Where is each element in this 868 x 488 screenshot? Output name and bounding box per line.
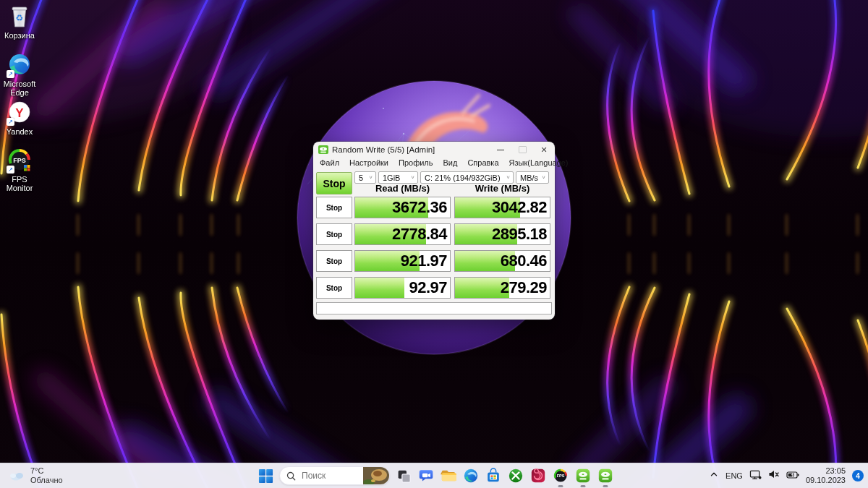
fps-monitor-taskbar-button[interactable]: FPS [552, 467, 569, 484]
file-explorer-icon [441, 468, 456, 484]
shortcut-arrow-icon: ↗ [7, 118, 14, 126]
close-button[interactable]: ✕ [533, 142, 555, 158]
fps-monitor-icon: FPS [553, 468, 569, 484]
yandex-icon: Y ↗ [7, 100, 33, 126]
diskmark-taskbar-button-1[interactable] [574, 467, 592, 484]
status-bar [316, 302, 552, 314]
stop-all-button[interactable]: Stop [316, 172, 352, 194]
menu-profile[interactable]: Профиль [393, 158, 438, 168]
read-value: 921.97 [401, 251, 447, 271]
edge-icon: ↗ [7, 52, 33, 78]
menu-language[interactable]: Язык(Language) [504, 158, 574, 168]
tray-overflow-button[interactable] [709, 469, 719, 482]
menu-file[interactable]: Файл [315, 158, 344, 168]
cloud-icon [9, 469, 26, 482]
xbox-button[interactable] [507, 467, 524, 484]
write-result-cell: 3042.82 [454, 197, 550, 218]
running-indicator [581, 485, 586, 487]
search-input[interactable] [300, 470, 359, 481]
chevron-down-icon: ˅ [369, 174, 375, 181]
chevron-up-icon [709, 469, 719, 479]
red-app-button[interactable] [529, 467, 547, 484]
read-column-header: Read (MB/s) [354, 183, 451, 194]
taskbar-search[interactable] [279, 466, 390, 485]
desktop-icon-label: Microsoft Edge [0, 80, 39, 97]
desktop-icon-edge[interactable]: ↗ Microsoft Edge [0, 52, 39, 97]
read-result-cell: 921.97 [354, 250, 451, 272]
edge-icon [463, 468, 479, 484]
drive-select[interactable]: C: 21% (194/932GiB) ˅ [420, 171, 514, 184]
diskmark-taskbar-button-2[interactable] [597, 467, 614, 484]
task-view-icon [396, 468, 412, 484]
chevron-down-icon: ˅ [542, 174, 548, 181]
title-bar[interactable]: Random Write (5/5) [Admin] ✕ [313, 142, 555, 158]
stop-row-button[interactable]: Stop [316, 197, 352, 218]
clock[interactable]: 23:05 09.10.2023 [806, 466, 846, 485]
maximize-button [511, 142, 533, 158]
read-bar [355, 278, 404, 298]
test-count-select[interactable]: 5 ˅ [354, 171, 376, 184]
chat-button[interactable] [417, 467, 435, 484]
desktop-icon-recycle-bin[interactable]: ♻ Корзина [0, 4, 39, 40]
menu-settings[interactable]: Настройки [344, 158, 393, 168]
language-indicator[interactable]: ENG [726, 471, 743, 480]
xbox-icon [508, 468, 524, 484]
diskmark-icon [575, 468, 591, 484]
read-result-cell: 3672.36 [354, 197, 451, 218]
svg-text:FPS: FPS [13, 157, 26, 164]
chevron-down-icon: ˅ [506, 174, 513, 181]
battery-icon [786, 471, 799, 479]
volume-button[interactable] [768, 469, 780, 482]
write-value: 2895.18 [492, 224, 547, 244]
menu-view[interactable]: Вид [438, 158, 462, 168]
crystaldiskmark-window: Random Write (5/5) [Admin] ✕ Файл Настро… [313, 142, 555, 320]
store-button[interactable] [485, 467, 502, 484]
read-result-cell: 2778.84 [354, 223, 451, 245]
stop-row-button[interactable]: Stop [316, 277, 352, 299]
notification-badge[interactable]: 4 [852, 470, 864, 481]
desktop-icon-label: Корзина [0, 31, 39, 40]
red-app-icon [530, 468, 546, 484]
chevron-down-icon: ˅ [411, 174, 417, 181]
network-button[interactable] [749, 469, 762, 483]
search-highlight-image [363, 466, 389, 485]
test-count-value: 5 [359, 174, 363, 182]
read-value: 3672.36 [392, 197, 447, 218]
file-explorer-button[interactable] [440, 467, 457, 484]
desktop-icon-yandex[interactable]: Y ↗ Yandex [0, 100, 39, 136]
store-icon [485, 468, 501, 484]
start-button[interactable] [257, 467, 274, 484]
write-value: 279.29 [501, 278, 547, 298]
minimize-button[interactable] [490, 142, 511, 158]
app-icon [318, 145, 328, 155]
svg-text:Y: Y [15, 106, 24, 120]
weather-condition: Облачно [30, 476, 63, 485]
shortcut-arrow-icon: ↗ [7, 166, 14, 174]
edge-taskbar-button[interactable] [462, 467, 480, 484]
write-value: 680.46 [501, 251, 547, 271]
diskmark-icon [597, 468, 613, 484]
window-title: Random Write (5/5) [Admin] [332, 145, 435, 154]
shortcut-arrow-icon: ↗ [7, 70, 14, 78]
stop-row-button[interactable]: Stop [316, 250, 352, 272]
recycle-bin-icon: ♻ [7, 4, 33, 30]
search-icon [286, 471, 296, 481]
read-value: 92.97 [409, 278, 447, 298]
chat-icon [418, 468, 434, 484]
desktop-icon-fps-monitor[interactable]: FPS ↗ FPS Monitor [0, 147, 39, 192]
write-value: 3042.82 [492, 197, 547, 218]
windows-logo-icon [258, 468, 273, 484]
battery-button[interactable] [786, 469, 799, 482]
running-indicator [558, 485, 563, 487]
weather-widget[interactable]: 7°C Облачно [9, 466, 63, 485]
stop-row-button[interactable]: Stop [316, 223, 352, 245]
unit-select[interactable]: MB/s ˅ [516, 171, 549, 184]
maximize-icon [519, 146, 527, 153]
desktop-icon-label: Yandex [0, 127, 39, 136]
task-view-button[interactable] [395, 467, 412, 484]
network-icon [749, 469, 762, 480]
menu-help[interactable]: Справка [462, 158, 503, 168]
test-size-select[interactable]: 1GiB ˅ [378, 171, 418, 184]
tray-time: 23:05 [806, 466, 846, 476]
write-result-cell: 2895.18 [454, 223, 550, 245]
